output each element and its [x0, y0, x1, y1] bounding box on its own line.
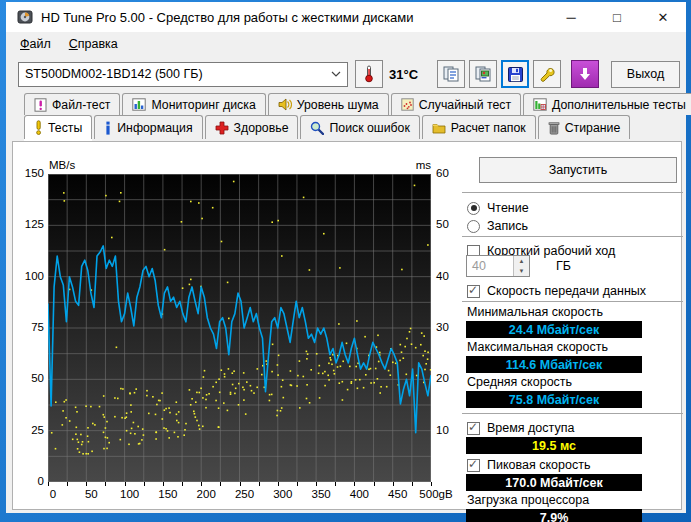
spin-up-icon[interactable]: ▲	[514, 256, 529, 266]
save-button[interactable]	[501, 60, 529, 88]
arrow-down-icon	[578, 67, 592, 81]
save-icon	[507, 66, 524, 83]
axis-tick-mark	[220, 482, 221, 486]
radio-write-label: Запись	[487, 219, 528, 233]
error-scan-icon	[310, 121, 324, 135]
close-button[interactable]: ✕	[640, 2, 686, 32]
axis-tick-mark	[48, 482, 49, 486]
transfer-rate-option[interactable]: ✓ Скорость передачи данных	[467, 283, 646, 299]
app-window: HD Tune Pro 5.00 - Средство для работы с…	[6, 2, 686, 513]
tab-label: Стирание	[565, 121, 621, 135]
erase-icon	[548, 121, 560, 135]
exit-button[interactable]: Выход	[611, 61, 680, 88]
max-speed-value: 114.6 Мбайт/сек	[466, 356, 642, 373]
tab-label: Здоровье	[234, 121, 289, 135]
axis-tick-mark	[393, 482, 394, 486]
axis-tick-label: 25	[15, 424, 44, 436]
minimize-button[interactable]: ─	[548, 2, 594, 32]
options-button[interactable]	[533, 60, 561, 88]
tab-erase[interactable]: Стирание	[538, 115, 631, 139]
tab-label: Уровень шума	[297, 98, 379, 112]
axis-tick-label: 150	[15, 167, 44, 179]
axis-tick-mark	[259, 482, 260, 486]
tab-extra-tests[interactable]: Дополнительные тесты	[523, 93, 691, 115]
temperature-button[interactable]	[355, 60, 383, 88]
max-speed-label: Максимальная скорость	[467, 340, 608, 354]
access-time-value: 19.5 мс	[466, 437, 642, 454]
min-speed-label: Минимальная скорость	[467, 305, 603, 319]
run-button[interactable]: Запустить	[479, 157, 677, 183]
spinner-buttons[interactable]: ▲▼	[513, 256, 529, 276]
burst-rate-option[interactable]: ✓ Пиковая скорость	[467, 457, 590, 473]
window-controls: ─ □ ✕	[548, 2, 686, 32]
spin-down-icon[interactable]: ▼	[514, 266, 529, 276]
y-axis-right-unit: ms	[401, 159, 431, 171]
axis-tick-label: 10	[436, 424, 460, 436]
tab-benchmark[interactable]: Тесты	[24, 115, 92, 139]
axis-tick-label: 50	[436, 218, 460, 230]
tab-label: Файл-тест	[52, 98, 110, 112]
axis-tick-mark	[335, 482, 336, 486]
radio-write-circle[interactable]	[467, 220, 480, 233]
radio-read-circle[interactable]	[467, 202, 480, 215]
tab-label: Случайный тест	[419, 98, 511, 112]
avg-speed-label: Средняя скорость	[467, 375, 572, 389]
y-axis-left-unit: MB/s	[49, 159, 75, 171]
wrench-icon	[538, 65, 556, 83]
separator	[462, 236, 683, 237]
axis-tick-mark	[144, 482, 145, 486]
short-stroke-size: 40 ▲▼ ГБ	[466, 255, 571, 277]
menu-help[interactable]: Справка	[60, 35, 127, 53]
copy-text-icon	[442, 65, 460, 83]
axis-tick-mark	[182, 482, 183, 486]
tab-info[interactable]: Информация	[94, 115, 202, 139]
capacity-value: 40	[467, 256, 513, 276]
random-test-icon	[401, 98, 414, 111]
axis-tick-mark	[240, 482, 241, 486]
copy-report-button[interactable]	[437, 60, 465, 88]
menu-file[interactable]: Файл	[11, 35, 60, 53]
tab-random-test[interactable]: Случайный тест	[391, 93, 521, 115]
burst-rate-checkbox[interactable]: ✓	[467, 459, 480, 472]
drive-select[interactable]: ST500DM002-1BD142 (500 ГБ)	[18, 62, 348, 87]
thermometer-icon	[361, 65, 377, 83]
tab-noise-level[interactable]: Уровень шума	[268, 93, 389, 115]
capacity-unit: ГБ	[556, 259, 571, 273]
menu-bar: Файл Справка	[6, 32, 686, 55]
tab-health[interactable]: Здоровье	[205, 115, 299, 139]
axis-tick-label: 40	[436, 270, 460, 282]
tab-row-secondary: Файл-тест Мониторинг диска Уровень шума	[24, 93, 686, 115]
tab-label: Информация	[117, 121, 192, 135]
chevron-down-icon	[331, 71, 341, 77]
min-speed-value: 24.4 Мбайт/сек	[466, 321, 642, 338]
app-icon	[17, 9, 33, 25]
noise-level-icon	[278, 98, 292, 111]
tab-error-scan[interactable]: Поиск ошибок	[300, 115, 419, 139]
access-time-checkbox[interactable]: ✓	[467, 422, 480, 435]
axis-tick-mark	[86, 482, 87, 486]
health-icon	[215, 121, 229, 135]
tab-label: Мониторинг диска	[151, 98, 255, 112]
copy-image-button[interactable]	[469, 60, 497, 88]
tab-file-test[interactable]: Файл-тест	[24, 93, 120, 115]
radio-read[interactable]: Чтение	[467, 200, 529, 216]
axis-tick-label: 0	[15, 475, 44, 487]
transfer-rate-checkbox[interactable]: ✓	[467, 285, 480, 298]
tab-label: Тесты	[48, 121, 82, 135]
axis-tick-mark	[201, 482, 202, 486]
axis-tick-label: 20	[436, 372, 460, 384]
tab-disk-monitor[interactable]: Мониторинг диска	[122, 93, 265, 115]
tab-folder-usage[interactable]: Расчет папок	[422, 115, 536, 139]
maximize-button[interactable]: □	[594, 2, 640, 32]
access-time-option[interactable]: ✓ Время доступа	[467, 420, 574, 436]
axis-tick-mark	[431, 482, 432, 486]
axis-tick-mark	[163, 482, 164, 486]
axis-tick-label: 50	[15, 372, 44, 384]
update-button[interactable]	[571, 60, 599, 88]
capacity-spinner[interactable]: 40 ▲▼	[466, 255, 530, 277]
access-time-label: Время доступа	[487, 421, 574, 435]
radio-write[interactable]: Запись	[467, 218, 528, 234]
title-bar: HD Tune Pro 5.00 - Средство для работы с…	[6, 2, 686, 32]
window-title: HD Tune Pro 5.00 - Средство для работы с…	[41, 10, 413, 25]
drive-select-value: ST500DM002-1BD142 (500 ГБ)	[25, 67, 203, 81]
